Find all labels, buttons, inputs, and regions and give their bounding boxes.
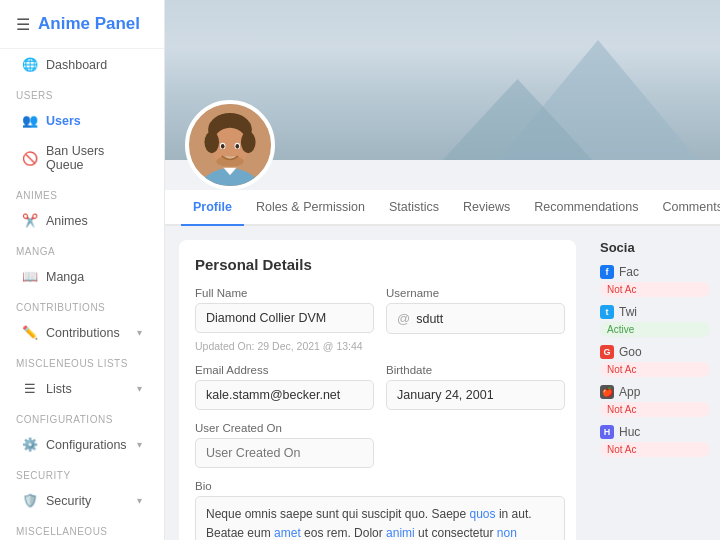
users-icon: 👥 xyxy=(22,113,38,128)
list-icon: ☰ xyxy=(22,381,38,396)
tab-statistics[interactable]: Statistics xyxy=(377,190,451,226)
sidebar-item-contributions[interactable]: ✏️ Contributions ▾ xyxy=(6,318,158,347)
sidebar-item-manga[interactable]: 📖 Manga xyxy=(6,262,158,291)
full-name-group: Full Name Updated On: 29 Dec, 2021 @ 13:… xyxy=(195,287,374,352)
huc-badge: Not Ac xyxy=(600,442,710,457)
email-input[interactable] xyxy=(195,380,374,410)
username-input[interactable] xyxy=(416,312,554,326)
chevron-down-icon: ▾ xyxy=(137,439,142,450)
sidebar-item-label: Users xyxy=(46,114,142,128)
avatar-image xyxy=(189,100,271,190)
apple-icon: 🍎 xyxy=(600,385,614,399)
section-label-manga: Manga xyxy=(0,236,164,261)
created-on-group: User Created On xyxy=(195,422,374,468)
created-on-input[interactable] xyxy=(195,438,374,468)
sidebar-item-label: Dashboard xyxy=(46,58,142,72)
section-label-lists: Miscleneous Lists xyxy=(0,348,164,373)
social-item-twitter: t Twi Active xyxy=(600,305,710,337)
tab-comments[interactable]: Comments xyxy=(650,190,720,226)
avatar xyxy=(185,100,275,190)
apple-label: App xyxy=(619,385,640,399)
sidebar-item-security[interactable]: 🛡️ Security ▾ xyxy=(6,486,158,515)
social-panel: Socia f Fac Not Ac t Twi Active G Goo xyxy=(590,226,720,540)
social-brand-apple: 🍎 App xyxy=(600,385,710,399)
form-grid: Full Name Updated On: 29 Dec, 2021 @ 13:… xyxy=(195,287,560,540)
tab-roles-permission[interactable]: Roles & Permission xyxy=(244,190,377,226)
social-item-google: G Goo Not Ac xyxy=(600,345,710,377)
sidebar-item-label: Configurations xyxy=(46,438,129,452)
scissors-icon: ✂️ xyxy=(22,213,38,228)
social-brand-twitter: t Twi xyxy=(600,305,710,319)
section-label-users: Users xyxy=(0,80,164,105)
chevron-down-icon: ▾ xyxy=(137,327,142,338)
facebook-label: Fac xyxy=(619,265,639,279)
globe-icon: 🌐 xyxy=(22,57,38,72)
sidebar-item-label: Security xyxy=(46,494,129,508)
username-label: Username xyxy=(386,287,565,299)
svg-point-7 xyxy=(221,144,225,149)
section-label-security: Security xyxy=(0,460,164,485)
huc-label: Huc xyxy=(619,425,640,439)
bio-group: Bio Neque omnis saepe sunt qui suscipit … xyxy=(195,480,565,540)
sidebar-item-lists[interactable]: ☰ Lists ▾ xyxy=(6,374,158,403)
sidebar-item-dashboard[interactable]: 🌐 Dashboard xyxy=(6,50,158,79)
tab-profile[interactable]: Profile xyxy=(181,190,244,226)
twitter-label: Twi xyxy=(619,305,637,319)
bio-textarea[interactable]: Neque omnis saepe sunt qui suscipit quo.… xyxy=(195,496,565,540)
sidebar-item-label: Ban Users Queue xyxy=(46,144,142,172)
social-brand-facebook: f Fac xyxy=(600,265,710,279)
main-content: Profile Roles & Permission Statistics Re… xyxy=(165,0,720,540)
at-prefix: @ xyxy=(397,311,410,326)
section-label-configurations: Configurations xyxy=(0,404,164,429)
svg-point-3 xyxy=(204,131,219,153)
bio-link[interactable]: quos xyxy=(470,507,496,521)
bio-link[interactable]: amet xyxy=(274,526,301,540)
section-label-contributions: Contributions xyxy=(0,292,164,317)
facebook-badge: Not Ac xyxy=(600,282,710,297)
social-title: Socia xyxy=(600,240,710,255)
card-title: Personal Details xyxy=(195,256,560,273)
sidebar-item-ban-users[interactable]: 🚫 Ban Users Queue xyxy=(6,137,158,179)
section-label-misc: Miscellaneous xyxy=(0,516,164,540)
sidebar: ☰ Anime Panel 🌐 Dashboard Users 👥 Users … xyxy=(0,0,165,540)
social-brand-huc: H Huc xyxy=(600,425,710,439)
birthdate-input[interactable] xyxy=(386,380,565,410)
tabs-bar: Profile Roles & Permission Statistics Re… xyxy=(165,190,720,226)
birthdate-group: Birthdate xyxy=(386,364,565,410)
bio-link[interactable]: non xyxy=(497,526,517,540)
sidebar-header: ☰ Anime Panel xyxy=(0,0,164,49)
tab-recommendations[interactable]: Recommendations xyxy=(522,190,650,226)
sidebar-item-label: Manga xyxy=(46,270,142,284)
social-brand-google: G Goo xyxy=(600,345,710,359)
username-group: Username @ xyxy=(386,287,565,352)
social-item-facebook: f Fac Not Ac xyxy=(600,265,710,297)
main-panel: Personal Details Full Name Updated On: 2… xyxy=(165,226,590,540)
menu-icon[interactable]: ☰ xyxy=(16,15,30,34)
username-input-wrap: @ xyxy=(386,303,565,334)
banner-area xyxy=(165,0,720,190)
sidebar-item-animes[interactable]: ✂️ Animes xyxy=(6,206,158,235)
updated-text: Updated On: 29 Dec, 2021 @ 13:44 xyxy=(195,340,374,352)
pencil-icon: ✏️ xyxy=(22,325,38,340)
chevron-down-icon: ▾ xyxy=(137,383,142,394)
apple-badge: Not Ac xyxy=(600,402,710,417)
social-item-huc: H Huc Not Ac xyxy=(600,425,710,457)
section-label-animes: Animes xyxy=(0,180,164,205)
full-name-label: Full Name xyxy=(195,287,374,299)
birthdate-label: Birthdate xyxy=(386,364,565,376)
twitter-badge: Active xyxy=(600,322,710,337)
sidebar-item-configurations[interactable]: ⚙️ Configurations ▾ xyxy=(6,430,158,459)
bio-link[interactable]: animi xyxy=(386,526,415,540)
huc-icon: H xyxy=(600,425,614,439)
tab-reviews[interactable]: Reviews xyxy=(451,190,522,226)
sidebar-item-label: Animes xyxy=(46,214,142,228)
content-area: Personal Details Full Name Updated On: 2… xyxy=(165,226,720,540)
book-icon: 📖 xyxy=(22,269,38,284)
sidebar-item-users[interactable]: 👥 Users xyxy=(6,106,158,135)
svg-point-4 xyxy=(241,131,256,153)
full-name-input[interactable] xyxy=(195,303,374,333)
google-badge: Not Ac xyxy=(600,362,710,377)
email-label: Email Address xyxy=(195,364,374,376)
sidebar-item-label: Lists xyxy=(46,382,129,396)
created-on-label: User Created On xyxy=(195,422,374,434)
